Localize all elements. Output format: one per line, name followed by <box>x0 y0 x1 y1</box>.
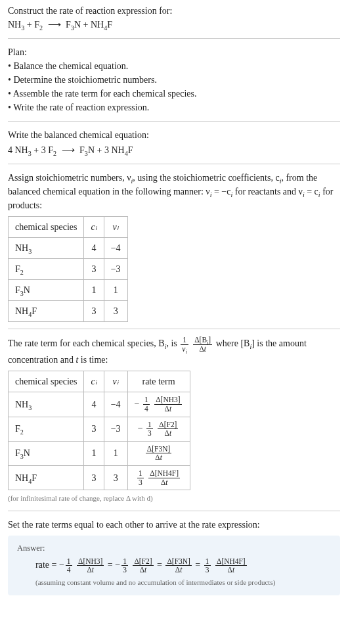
divider <box>8 38 340 39</box>
answer-box: Answer: rate = −14 Δ[NH3]Δt = −13 Δ[F2]Δ… <box>8 536 340 596</box>
table-row: NH3 4 −4 <box>9 238 128 259</box>
prompt-block: Construct the rate of reaction expressio… <box>8 4 340 32</box>
plus: + <box>33 145 41 155</box>
answer-label: Answer: <box>17 542 331 555</box>
rate-term-cell: Δ[F3N]Δt <box>127 441 190 465</box>
rate-word: rate = <box>35 560 59 570</box>
rate-term-cell: 13 Δ[NH4F]Δt <box>127 466 190 490</box>
ci-cell: 1 <box>84 441 104 465</box>
plan-item: • Determine the stoichiometric numbers. <box>8 73 340 87</box>
plus: + <box>83 20 91 30</box>
coeff: 3 <box>104 145 112 155</box>
arrow-icon: ⟶ <box>59 145 77 155</box>
col-vi: νᵢ <box>104 371 127 392</box>
species-cell: NH4F <box>9 466 84 490</box>
plus: + <box>27 20 34 30</box>
col-rate-term: rate term <box>127 371 190 392</box>
divider <box>8 511 340 511</box>
prompt-line1: Construct the rate of reaction expressio… <box>8 4 340 18</box>
ci-cell: 1 <box>84 280 104 301</box>
plus: + <box>97 145 104 155</box>
table-row: NH4F 3 3 13 Δ[NH4F]Δt <box>9 466 190 490</box>
vi-cell: −4 <box>104 238 127 259</box>
answer-assumption: (assuming constant volume and no accumul… <box>17 577 331 588</box>
species-cell: F3N <box>9 441 84 465</box>
ci-cell: 4 <box>84 238 104 259</box>
species-cell: NH3 <box>9 238 84 259</box>
reactant-1: NH3 <box>8 20 24 30</box>
product-1: F3N <box>79 145 95 155</box>
col-ci: cᵢ <box>84 217 104 238</box>
plan-item: • Balance the chemical equation. <box>8 59 340 73</box>
plan-list: • Balance the chemical equation. • Deter… <box>8 59 340 114</box>
reactant-1: NH3 <box>15 145 32 155</box>
divider <box>8 329 340 329</box>
divider <box>8 164 340 164</box>
stoich-table: chemical species cᵢ νᵢ NH3 4 −4 F2 3 −3 … <box>8 216 128 322</box>
vi-cell: 3 <box>104 301 127 322</box>
reactant-2: F2 <box>34 20 43 30</box>
table-header-row: chemical species cᵢ νᵢ rate term <box>9 371 190 392</box>
table-row: F2 3 −3 − 13 Δ[F2]Δt <box>9 417 190 441</box>
stoich-intro: Assign stoichiometric numbers, νi, using… <box>8 171 340 212</box>
reactant-2: F2 <box>48 145 56 155</box>
ci-cell: 3 <box>84 466 104 490</box>
rate-term-cell: − 14 Δ[NH3]Δt <box>127 392 190 417</box>
fraction: Δ[Bi]Δt <box>192 336 213 353</box>
ci-cell: 4 <box>84 392 104 417</box>
table-row: F3N 1 1 <box>9 280 128 301</box>
col-species: chemical species <box>9 371 84 392</box>
ci-cell: 3 <box>84 417 104 441</box>
table-row: F3N 1 1 Δ[F3N]Δt <box>9 441 190 465</box>
product-2: NH4F <box>111 145 133 155</box>
species-cell: F2 <box>9 259 84 280</box>
plan-item: • Assemble the rate term for each chemic… <box>8 87 340 101</box>
product-1: F3N <box>66 20 81 30</box>
prompt-equation: NH3 + F2 ⟶ F3N + NH4F <box>8 18 340 32</box>
col-vi: νᵢ <box>104 217 127 238</box>
balanced-intro: Write the balanced chemical equation: <box>8 128 340 142</box>
plan-item: • Write the rate of reaction expression. <box>8 101 340 114</box>
table-row: F2 3 −3 <box>9 259 128 280</box>
plan-title: Plan: <box>8 45 340 59</box>
species-cell: F2 <box>9 417 84 441</box>
rate-term-cell: − 13 Δ[F2]Δt <box>127 417 190 441</box>
table-row: NH4F 3 3 <box>9 301 128 322</box>
rate-table: chemical species cᵢ νᵢ rate term NH3 4 −… <box>8 371 190 490</box>
vi-cell: −4 <box>104 392 127 417</box>
col-species: chemical species <box>9 217 84 238</box>
species-cell: F3N <box>9 280 84 301</box>
table-header-row: chemical species cᵢ νᵢ <box>9 217 128 238</box>
plan-block: Plan: • Balance the chemical equation. •… <box>8 45 340 114</box>
divider <box>8 121 340 122</box>
rate-intro: The rate term for each chemical species,… <box>8 336 340 367</box>
coeff: 4 <box>8 145 15 155</box>
rate-table-note: (for infinitesimal rate of change, repla… <box>8 493 340 504</box>
fraction: 1νi <box>179 336 189 353</box>
vi-cell: 1 <box>104 280 127 301</box>
ci-cell: 3 <box>84 259 104 280</box>
answer-equation: rate = −14 Δ[NH3]Δt = −13 Δ[F2]Δt = Δ[F3… <box>17 557 331 574</box>
table-row: NH3 4 −4 − 14 Δ[NH3]Δt <box>9 392 190 417</box>
vi-cell: −3 <box>104 417 127 441</box>
species-cell: NH4F <box>9 301 84 322</box>
ci-cell: 3 <box>84 301 104 322</box>
set-rate-intro: Set the rate terms equal to each other t… <box>8 518 340 532</box>
vi-cell: −3 <box>104 259 127 280</box>
product-2: NH4F <box>91 20 112 30</box>
vi-cell: 3 <box>104 466 127 490</box>
balanced-equation: 4 NH3 + 3 F2 ⟶ F3N + 3 NH4F <box>8 143 340 157</box>
coeff: 3 <box>41 145 49 155</box>
vi-cell: 1 <box>104 441 127 465</box>
arrow-icon: ⟶ <box>45 20 64 30</box>
col-ci: cᵢ <box>84 371 104 392</box>
species-cell: NH3 <box>9 392 84 417</box>
